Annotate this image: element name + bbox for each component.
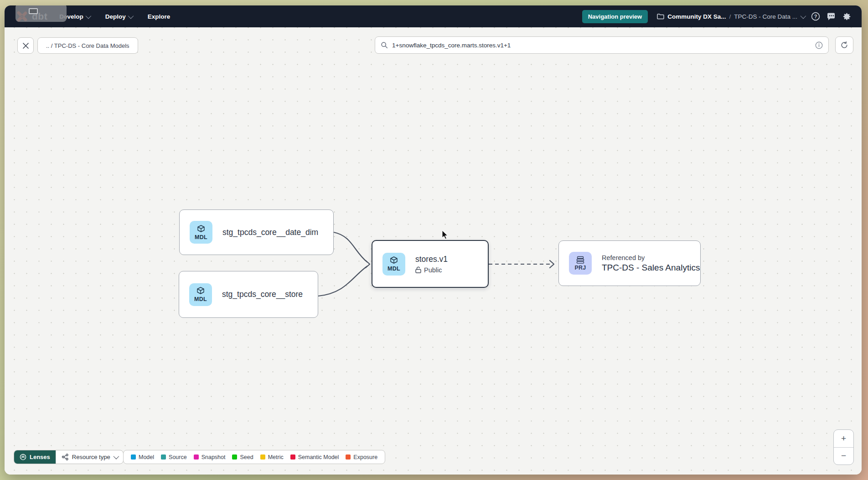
legend-item-metric: Metric bbox=[260, 454, 284, 460]
legend-item-source: Source bbox=[161, 454, 187, 460]
legend-swatch bbox=[194, 454, 199, 460]
recording-overlay-icon bbox=[29, 8, 38, 14]
search-icon bbox=[381, 41, 388, 49]
help-icon[interactable]: ? bbox=[811, 12, 820, 21]
archive-stack-icon bbox=[576, 256, 585, 264]
svg-text:?: ? bbox=[814, 14, 817, 19]
chevron-down-icon[interactable] bbox=[801, 13, 806, 19]
node-stores-v1[interactable]: MDL stores.v1 Public bbox=[372, 240, 489, 288]
lineage-path-chip[interactable]: .. / TPC-DS - Core Data Models bbox=[37, 37, 138, 54]
selector-input[interactable] bbox=[392, 42, 811, 49]
resource-type-dropdown[interactable]: Resource type bbox=[56, 450, 123, 464]
node-title: stores.v1 bbox=[415, 255, 448, 264]
project-badge: PRJ bbox=[569, 252, 592, 275]
node-title: TPC-DS - Sales Analytics bbox=[602, 263, 700, 273]
cube-icon bbox=[196, 225, 206, 234]
close-lineage-button[interactable] bbox=[17, 37, 34, 54]
node-access: Public bbox=[415, 266, 448, 274]
chevron-down-icon bbox=[128, 13, 134, 19]
app-window: dbt Develop Deploy Explore Navigation pr… bbox=[5, 5, 862, 475]
lens-aperture-icon bbox=[20, 454, 26, 460]
breadcrumb-project[interactable]: Community DX Sa... bbox=[667, 13, 726, 20]
chevron-down-icon bbox=[113, 454, 119, 460]
legend-swatch bbox=[290, 454, 295, 460]
cube-icon bbox=[389, 256, 398, 265]
recording-overlay bbox=[16, 5, 67, 22]
lenses-button[interactable]: Lenses bbox=[14, 450, 56, 464]
model-badge: MDL bbox=[382, 253, 405, 276]
navigation-preview-badge[interactable]: Navigation preview bbox=[582, 10, 648, 23]
refresh-graph-button[interactable] bbox=[835, 36, 853, 54]
lineage-canvas[interactable]: .. / TPC-DS - Core Data Models MDL stg_t… bbox=[5, 27, 862, 475]
lenses-control-group: Lenses Resource type bbox=[14, 450, 124, 464]
nav-explore[interactable]: Explore bbox=[148, 13, 170, 20]
chevron-down-icon bbox=[85, 13, 91, 19]
node-text-block: Referenced by TPC-DS - Sales Analytics bbox=[602, 254, 700, 273]
zoom-controls: + − bbox=[833, 429, 854, 465]
node-title: stg_tpcds_core__date_dim bbox=[222, 228, 318, 237]
zoom-out-button[interactable]: − bbox=[834, 448, 853, 465]
legend-swatch bbox=[161, 454, 166, 460]
cube-icon bbox=[196, 286, 205, 296]
legend-swatch bbox=[232, 454, 237, 460]
legend-swatch bbox=[346, 454, 351, 460]
resource-type-legend: Model Source Snapshot Seed Metric Semant… bbox=[123, 450, 385, 464]
legend-item-semantic-model: Semantic Model bbox=[290, 454, 339, 460]
node-stg-tpcds-core-date-dim[interactable]: MDL stg_tpcds_core__date_dim bbox=[179, 209, 334, 255]
nav-deploy[interactable]: Deploy bbox=[105, 13, 132, 20]
feedback-icon[interactable] bbox=[827, 12, 836, 21]
node-caption: Referenced by bbox=[602, 254, 700, 261]
legend-swatch bbox=[131, 454, 136, 460]
legend-item-seed: Seed bbox=[232, 454, 253, 460]
top-navigation-bar: dbt Develop Deploy Explore Navigation pr… bbox=[5, 5, 862, 27]
node-stg-tpcds-core-store[interactable]: MDL stg_tpcds_core__store bbox=[179, 271, 318, 318]
breadcrumb: Community DX Sa... / TPC-DS - Core Data … bbox=[657, 13, 805, 20]
breadcrumb-separator: / bbox=[729, 13, 731, 20]
breadcrumb-page[interactable]: TPC-DS - Core Data ... bbox=[734, 13, 797, 20]
unlock-icon bbox=[415, 266, 421, 273]
mouse-cursor bbox=[441, 230, 450, 240]
model-badge: MDL bbox=[190, 221, 212, 244]
node-title: stg_tpcds_core__store bbox=[222, 290, 303, 299]
legend-item-model: Model bbox=[131, 454, 154, 460]
main-nav: Develop Deploy Explore bbox=[59, 13, 170, 20]
node-text-block: stores.v1 Public bbox=[415, 255, 448, 274]
model-badge: MDL bbox=[189, 283, 212, 306]
legend-swatch bbox=[260, 454, 265, 460]
lineage-search-bar[interactable] bbox=[375, 36, 829, 54]
close-icon bbox=[22, 42, 29, 49]
resource-graph-icon bbox=[62, 454, 69, 460]
settings-gear-icon[interactable] bbox=[842, 12, 852, 21]
legend-item-snapshot: Snapshot bbox=[194, 454, 226, 460]
refresh-icon bbox=[840, 41, 848, 49]
folder-icon bbox=[657, 13, 664, 20]
header-right: Navigation preview Community DX Sa... / … bbox=[582, 10, 852, 23]
legend-item-exposure: Exposure bbox=[346, 454, 377, 460]
zoom-in-button[interactable]: + bbox=[834, 430, 853, 448]
node-tpcds-sales-analytics-project[interactable]: PRJ Referenced by TPC-DS - Sales Analyti… bbox=[558, 240, 701, 286]
info-icon[interactable] bbox=[815, 41, 823, 49]
